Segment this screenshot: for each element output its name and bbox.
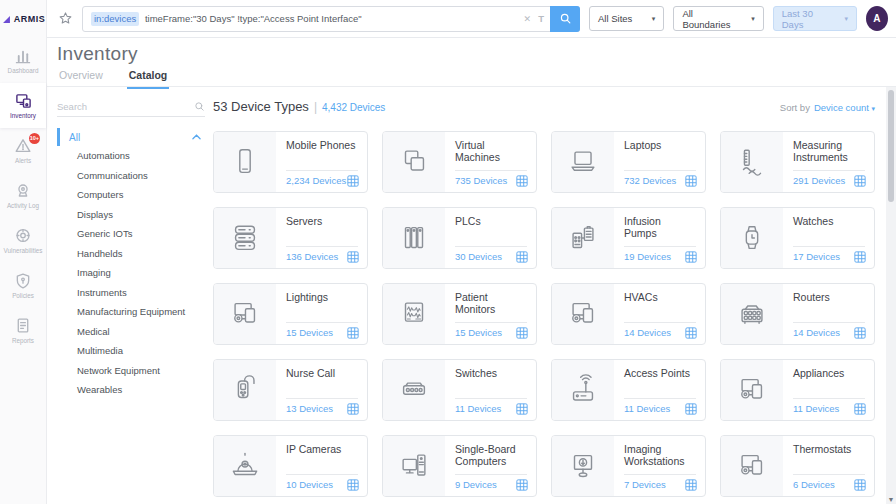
device-type-card-servers[interactable]: Servers 136 Devices [213, 207, 368, 269]
favorite-star-icon[interactable] [58, 11, 73, 26]
boundaries-dropdown[interactable]: All Boundaries ▾ [673, 6, 763, 31]
category-item-all[interactable]: All [57, 128, 205, 146]
category-item-network-equipment[interactable]: Network Equipment [57, 361, 205, 381]
device-count-link[interactable]: 136 Devices [286, 251, 338, 262]
category-item-medical[interactable]: Medical [57, 322, 205, 342]
category-item-imaging[interactable]: Imaging [57, 263, 205, 283]
table-view-icon[interactable] [854, 403, 866, 415]
device-type-card-hvacs[interactable]: HVACs 14 Devices [551, 283, 706, 345]
device-count-link[interactable]: 11 Devices [793, 403, 839, 414]
search-button[interactable] [550, 6, 580, 32]
search-query-text[interactable]: timeFrame:"30 Days" !type:"Access Point … [142, 13, 361, 24]
timeframe-dropdown[interactable]: Last 30 Days ▾ [773, 6, 857, 31]
table-view-icon[interactable] [347, 327, 359, 339]
table-view-icon[interactable] [347, 479, 359, 491]
device-type-card-ip-cameras[interactable]: IP Cameras 10 Devices [213, 435, 368, 497]
device-type-card-appliances[interactable]: Appliances 11 Devices [720, 359, 875, 421]
device-type-card-mobile-phones[interactable]: Mobile Phones 2,234 Devices [213, 131, 368, 193]
device-count-link[interactable]: 13 Devices [286, 403, 333, 414]
device-count-link[interactable]: 15 Devices [286, 327, 333, 338]
table-view-icon[interactable] [685, 479, 697, 491]
text-mode-icon[interactable]: T [538, 13, 544, 24]
device-count-link[interactable]: 14 Devices [793, 327, 840, 338]
clear-search-icon[interactable]: ✕ [523, 14, 531, 24]
scrollbar-thumb[interactable] [888, 90, 894, 202]
sites-dropdown[interactable]: All Sites ▾ [589, 6, 664, 31]
table-view-icon[interactable] [854, 175, 866, 187]
device-type-card-single-board-computers[interactable]: Single-Board Computers 9 Devices [382, 435, 537, 497]
device-type-card-virtual-machines[interactable]: Virtual Machines 735 Devices [382, 131, 537, 193]
sidebar-item-alerts[interactable]: 10+ Alerts [0, 128, 46, 173]
device-count-link[interactable]: 17 Devices [793, 251, 840, 262]
device-count-link[interactable]: 2,234 Devices [286, 175, 346, 186]
device-count-link[interactable]: 6 Devices [793, 479, 835, 490]
table-view-icon[interactable] [347, 175, 359, 187]
device-type-card-measuring-instruments[interactable]: Measuring Instruments 291 Devices [720, 131, 875, 193]
device-type-card-watches[interactable]: Watches 17 Devices [720, 207, 875, 269]
sidebar-item-dashboard[interactable]: Dashboard [0, 38, 46, 83]
device-type-card-imaging-workstations[interactable]: Imaging Workstations 7 Devices [551, 435, 706, 497]
device-count-link[interactable]: 9 Devices [455, 479, 497, 490]
device-count-link[interactable]: 291 Devices [793, 175, 845, 186]
sort-value-dropdown[interactable]: Device count ▾ [814, 102, 875, 113]
table-view-icon[interactable] [685, 175, 697, 187]
device-count-link[interactable]: 11 Devices [624, 403, 670, 414]
scroll-down-arrow-icon[interactable]: ▼ [886, 496, 896, 503]
category-item-generic-iots[interactable]: Generic IOTs [57, 224, 205, 244]
table-view-icon[interactable] [854, 327, 866, 339]
sidebar-item-reports[interactable]: Reports [0, 308, 46, 353]
table-view-icon[interactable] [347, 251, 359, 263]
table-view-icon[interactable] [516, 403, 528, 415]
user-avatar[interactable]: A [866, 6, 888, 31]
category-search-input[interactable] [57, 101, 205, 112]
armis-logo[interactable]: ARMIS [0, 0, 46, 38]
category-item-manufacturing-equipment[interactable]: Manufacturing Equipment [57, 302, 205, 322]
device-count-link[interactable]: 14 Devices [624, 327, 671, 338]
device-type-card-thermostats[interactable]: Thermostats 6 Devices [720, 435, 875, 497]
device-count-link[interactable]: 15 Devices [455, 327, 502, 338]
device-count-link[interactable]: 7 Devices [624, 479, 666, 490]
device-count-link[interactable]: 19 Devices [624, 251, 671, 262]
table-view-icon[interactable] [685, 327, 697, 339]
vertical-scrollbar[interactable]: ▼ [886, 87, 896, 504]
device-count-link[interactable]: 11 Devices [455, 403, 501, 414]
device-type-card-access-points[interactable]: Access Points 11 Devices [551, 359, 706, 421]
category-item-instruments[interactable]: Instruments [57, 283, 205, 303]
device-count-link[interactable]: 30 Devices [455, 251, 502, 262]
devices-total-link[interactable]: 4,432 Devices [322, 102, 385, 113]
table-view-icon[interactable] [347, 403, 359, 415]
device-type-card-lightings[interactable]: Lightings 15 Devices [213, 283, 368, 345]
device-type-card-switches[interactable]: Switches 11 Devices [382, 359, 537, 421]
table-view-icon[interactable] [854, 479, 866, 491]
category-item-handhelds[interactable]: Handhelds [57, 244, 205, 264]
category-item-automations[interactable]: Automations [57, 146, 205, 166]
category-item-multimedia[interactable]: Multimedia [57, 341, 205, 361]
sidebar-item-vulnerabilities[interactable]: Vulnerabilities [0, 218, 46, 263]
search-token[interactable]: in:devices [91, 12, 139, 26]
sidebar-item-activity-log[interactable]: Activity Log [0, 173, 46, 218]
sidebar-item-policies[interactable]: Policies [0, 263, 46, 308]
device-type-card-laptops[interactable]: Laptops 732 Devices [551, 131, 706, 193]
search-input[interactable]: in:devices timeFrame:"30 Days" !type:"Ac… [82, 6, 580, 32]
device-type-card-patient-monitors[interactable]: Patient Monitors 15 Devices [382, 283, 537, 345]
table-view-icon[interactable] [516, 479, 528, 491]
table-view-icon[interactable] [516, 327, 528, 339]
table-view-icon[interactable] [685, 403, 697, 415]
table-view-icon[interactable] [516, 175, 528, 187]
category-item-displays[interactable]: Displays [57, 205, 205, 225]
device-count-link[interactable]: 732 Devices [624, 175, 676, 186]
sidebar-item-inventory[interactable]: Inventory [0, 83, 46, 128]
device-type-card-plcs[interactable]: PLCs 30 Devices [382, 207, 537, 269]
table-view-icon[interactable] [685, 251, 697, 263]
device-count-link[interactable]: 10 Devices [286, 479, 333, 490]
device-count-link[interactable]: 735 Devices [455, 175, 507, 186]
table-view-icon[interactable] [854, 251, 866, 263]
device-type-card-nurse-call[interactable]: Nurse Call 13 Devices [213, 359, 368, 421]
category-item-communications[interactable]: Communications [57, 166, 205, 186]
category-item-computers[interactable]: Computers [57, 185, 205, 205]
device-type-card-infusion-pumps[interactable]: Infusion Pumps 19 Devices [551, 207, 706, 269]
table-view-icon[interactable] [516, 251, 528, 263]
category-search[interactable] [57, 97, 205, 117]
category-item-wearables[interactable]: Wearables [57, 380, 205, 400]
device-type-card-routers[interactable]: Routers 14 Devices [720, 283, 875, 345]
